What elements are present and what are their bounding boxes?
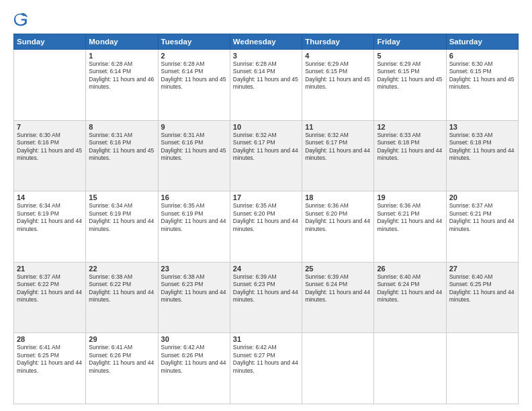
day-cell: 7Sunrise: 6:30 AM Sunset: 6:16 PM Daylig… [14,120,86,191]
day-info: Sunrise: 6:41 AM Sunset: 6:26 PM Dayligh… [89,344,154,375]
day-cell: 28Sunrise: 6:41 AM Sunset: 6:25 PM Dayli… [14,333,86,404]
day-cell: 9Sunrise: 6:31 AM Sunset: 6:16 PM Daylig… [158,120,230,191]
day-info: Sunrise: 6:29 AM Sunset: 6:15 PM Dayligh… [377,60,443,91]
day-cell: 22Sunrise: 6:38 AM Sunset: 6:22 PM Dayli… [86,262,158,333]
day-header-thursday: Thursday [302,34,374,50]
day-info: Sunrise: 6:31 AM Sunset: 6:16 PM Dayligh… [89,132,154,163]
day-cell: 19Sunrise: 6:36 AM Sunset: 6:21 PM Dayli… [374,191,446,263]
day-info: Sunrise: 6:37 AM Sunset: 6:21 PM Dayligh… [449,202,515,233]
page-header [13,12,519,27]
day-number: 12 [377,123,443,131]
day-cell: 13Sunrise: 6:33 AM Sunset: 6:18 PM Dayli… [446,120,518,191]
day-info: Sunrise: 6:35 AM Sunset: 6:19 PM Dayligh… [161,202,227,233]
day-cell: 21Sunrise: 6:37 AM Sunset: 6:22 PM Dayli… [14,262,86,333]
day-cell: 3Sunrise: 6:28 AM Sunset: 6:14 PM Daylig… [230,50,302,121]
week-row-5: 28Sunrise: 6:41 AM Sunset: 6:25 PM Dayli… [14,333,519,404]
day-info: Sunrise: 6:34 AM Sunset: 6:19 PM Dayligh… [17,202,83,233]
day-info: Sunrise: 6:37 AM Sunset: 6:22 PM Dayligh… [17,273,83,304]
day-header-row: SundayMondayTuesdayWednesdayThursdayFrid… [14,34,519,50]
day-header-wednesday: Wednesday [230,34,302,50]
day-info: Sunrise: 6:39 AM Sunset: 6:23 PM Dayligh… [233,273,299,304]
day-info: Sunrise: 6:34 AM Sunset: 6:19 PM Dayligh… [89,202,154,233]
day-number: 24 [233,265,299,273]
day-header-friday: Friday [374,34,446,50]
day-cell: 14Sunrise: 6:34 AM Sunset: 6:19 PM Dayli… [14,191,86,263]
day-number: 23 [161,265,227,273]
day-number: 6 [449,52,515,60]
day-header-saturday: Saturday [446,34,518,50]
day-info: Sunrise: 6:42 AM Sunset: 6:27 PM Dayligh… [233,344,299,375]
calendar-table: SundayMondayTuesdayWednesdayThursdayFrid… [13,34,519,404]
day-cell [446,333,518,404]
day-info: Sunrise: 6:39 AM Sunset: 6:24 PM Dayligh… [305,273,371,304]
day-cell: 25Sunrise: 6:39 AM Sunset: 6:24 PM Dayli… [302,262,374,333]
day-info: Sunrise: 6:36 AM Sunset: 6:20 PM Dayligh… [305,202,371,233]
day-number: 30 [161,335,227,343]
day-cell: 30Sunrise: 6:42 AM Sunset: 6:26 PM Dayli… [158,333,230,404]
day-info: Sunrise: 6:33 AM Sunset: 6:18 PM Dayligh… [377,132,443,163]
day-header-sunday: Sunday [14,34,86,50]
day-cell: 15Sunrise: 6:34 AM Sunset: 6:19 PM Dayli… [86,191,158,263]
day-cell: 4Sunrise: 6:29 AM Sunset: 6:15 PM Daylig… [302,50,374,121]
day-cell [14,50,86,121]
day-cell: 24Sunrise: 6:39 AM Sunset: 6:23 PM Dayli… [230,262,302,333]
day-number: 14 [17,193,83,201]
day-number: 27 [449,265,515,273]
day-cell: 20Sunrise: 6:37 AM Sunset: 6:21 PM Dayli… [446,191,518,263]
day-info: Sunrise: 6:28 AM Sunset: 6:14 PM Dayligh… [233,60,299,91]
day-info: Sunrise: 6:28 AM Sunset: 6:14 PM Dayligh… [89,60,154,91]
week-row-2: 7Sunrise: 6:30 AM Sunset: 6:16 PM Daylig… [14,120,519,191]
day-cell: 23Sunrise: 6:38 AM Sunset: 6:23 PM Dayli… [158,262,230,333]
day-info: Sunrise: 6:35 AM Sunset: 6:20 PM Dayligh… [233,202,299,233]
day-header-tuesday: Tuesday [158,34,230,50]
day-number: 26 [377,265,443,273]
day-number: 20 [449,193,515,201]
day-cell [302,333,374,404]
day-number: 3 [233,52,299,60]
day-number: 10 [233,123,299,131]
week-row-4: 21Sunrise: 6:37 AM Sunset: 6:22 PM Dayli… [14,262,519,333]
day-number: 28 [17,335,83,343]
day-number: 13 [449,123,515,131]
day-info: Sunrise: 6:38 AM Sunset: 6:22 PM Dayligh… [89,273,154,304]
day-number: 7 [17,123,83,131]
day-cell: 11Sunrise: 6:32 AM Sunset: 6:17 PM Dayli… [302,120,374,191]
day-number: 25 [305,265,371,273]
day-number: 29 [89,335,154,343]
day-number: 4 [305,52,371,60]
day-info: Sunrise: 6:32 AM Sunset: 6:17 PM Dayligh… [233,132,299,163]
day-info: Sunrise: 6:36 AM Sunset: 6:21 PM Dayligh… [377,202,443,233]
day-number: 9 [161,123,227,131]
day-info: Sunrise: 6:38 AM Sunset: 6:23 PM Dayligh… [161,273,227,304]
day-info: Sunrise: 6:40 AM Sunset: 6:24 PM Dayligh… [377,273,443,304]
day-cell: 8Sunrise: 6:31 AM Sunset: 6:16 PM Daylig… [86,120,158,191]
day-cell: 5Sunrise: 6:29 AM Sunset: 6:15 PM Daylig… [374,50,446,121]
week-row-1: 1Sunrise: 6:28 AM Sunset: 6:14 PM Daylig… [14,50,519,121]
day-info: Sunrise: 6:33 AM Sunset: 6:18 PM Dayligh… [449,132,515,163]
day-cell: 1Sunrise: 6:28 AM Sunset: 6:14 PM Daylig… [86,50,158,121]
day-cell: 6Sunrise: 6:30 AM Sunset: 6:15 PM Daylig… [446,50,518,121]
day-cell: 29Sunrise: 6:41 AM Sunset: 6:26 PM Dayli… [86,333,158,404]
day-cell: 12Sunrise: 6:33 AM Sunset: 6:18 PM Dayli… [374,120,446,191]
day-number: 18 [305,193,371,201]
day-info: Sunrise: 6:30 AM Sunset: 6:16 PM Dayligh… [17,132,83,163]
day-number: 17 [233,193,299,201]
day-cell: 26Sunrise: 6:40 AM Sunset: 6:24 PM Dayli… [374,262,446,333]
day-cell: 27Sunrise: 6:40 AM Sunset: 6:25 PM Dayli… [446,262,518,333]
day-info: Sunrise: 6:42 AM Sunset: 6:26 PM Dayligh… [161,344,227,375]
day-cell: 18Sunrise: 6:36 AM Sunset: 6:20 PM Dayli… [302,191,374,263]
day-number: 15 [89,193,154,201]
day-info: Sunrise: 6:41 AM Sunset: 6:25 PM Dayligh… [17,344,83,375]
logo [13,12,31,27]
day-cell: 17Sunrise: 6:35 AM Sunset: 6:20 PM Dayli… [230,191,302,263]
day-number: 2 [161,52,227,60]
day-number: 11 [305,123,371,131]
day-number: 8 [89,123,154,131]
day-info: Sunrise: 6:30 AM Sunset: 6:15 PM Dayligh… [449,60,515,91]
day-info: Sunrise: 6:29 AM Sunset: 6:15 PM Dayligh… [305,60,371,91]
day-cell: 31Sunrise: 6:42 AM Sunset: 6:27 PM Dayli… [230,333,302,404]
logo-icon [13,12,28,27]
day-number: 5 [377,52,443,60]
calendar-page: SundayMondayTuesdayWednesdayThursdayFrid… [0,0,532,411]
week-row-3: 14Sunrise: 6:34 AM Sunset: 6:19 PM Dayli… [14,191,519,263]
